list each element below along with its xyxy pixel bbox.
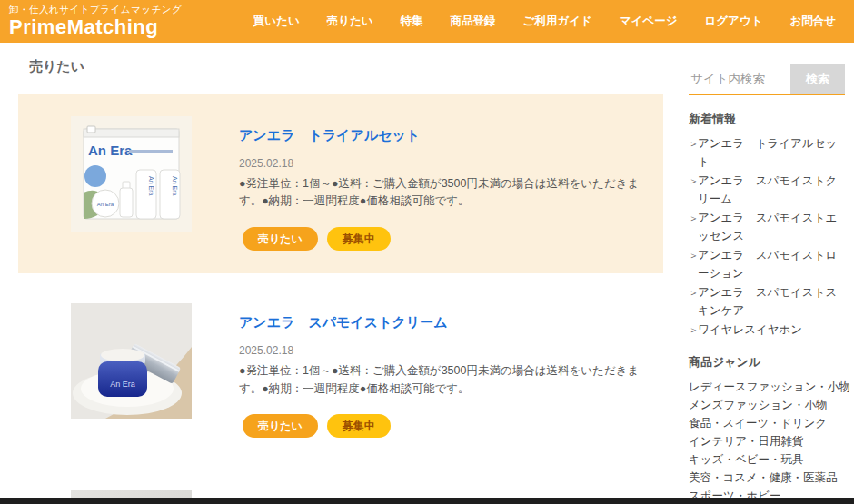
- search-button[interactable]: 検索: [790, 64, 845, 95]
- new-info-list: ＞ アンエラ トライアルセット ＞ アンエラ スパモイストクリーム ＞ アンエラ…: [689, 134, 845, 339]
- genre-item[interactable]: 美容・コスメ・健康・医薬品: [689, 469, 845, 487]
- sell-button[interactable]: 売りたい: [243, 227, 318, 251]
- genre-item[interactable]: インテリア・日用雑貨: [689, 432, 845, 450]
- product-details: アンエラ トライアルセット 2025.02.18 ●発注単位：1個～●送料：ご購…: [239, 116, 645, 251]
- new-info-item-label: アンエラ スパモイストスキンケア: [698, 283, 845, 320]
- chevron-right-icon: ＞: [689, 172, 698, 208]
- new-info-item[interactable]: ＞ アンエラ トライアルセット: [689, 134, 845, 171]
- genre-item-label: 食品・スイーツ・ドリンク: [689, 414, 827, 432]
- product-title-link[interactable]: アンエラ スパモイストクリーム: [239, 314, 448, 331]
- nav-item-contact[interactable]: お問合せ: [789, 14, 836, 29]
- site-logo[interactable]: 卸・仕入れサイトプライムマッチング PrimeMatching: [0, 0, 182, 43]
- product-date: 2025.02.18: [239, 344, 645, 357]
- product-description: ●発注単位：1個～●送料：ご購入金額が3500円未満の場合は送料をいただきます。…: [239, 362, 645, 398]
- trial-set-illustration: An Era An Era An Era An Era: [71, 116, 192, 232]
- genre-item[interactable]: 食品・スイーツ・ドリンク: [689, 414, 845, 432]
- status-badge: 募集中: [327, 414, 391, 438]
- header: 卸・仕入れサイトプライムマッチング PrimeMatching 買いたい 売りた…: [0, 0, 854, 43]
- product-title-link[interactable]: アンエラ トライアルセット: [239, 127, 420, 144]
- chevron-right-icon: ＞: [689, 209, 698, 245]
- new-info-item-label: アンエラ スパモイストエッセンス: [698, 209, 845, 245]
- product-card: An Era アンエラ スパモイストクリーム 2025.02.18 ●発注単位：…: [18, 281, 663, 460]
- content-layout: 売りたい An Era An Era An: [0, 43, 854, 504]
- product-image-trial-set[interactable]: An Era An Era An Era An Era: [71, 116, 192, 232]
- product-date: 2025.02.18: [239, 157, 645, 170]
- sidebar: 検索 新着情報 ＞ アンエラ トライアルセット ＞ アンエラ スパモイストクリー…: [689, 43, 845, 504]
- site-search: 検索: [689, 64, 845, 95]
- nav-item-logout[interactable]: ログアウト: [704, 14, 762, 29]
- new-info-item-label: アンエラ スパモイストローション: [698, 246, 845, 282]
- svg-text:An Era: An Era: [97, 202, 114, 207]
- cream-jar-illustration: An Era: [71, 303, 192, 419]
- nav-item-mypage[interactable]: マイページ: [620, 14, 678, 29]
- nav-item-sell[interactable]: 売りたい: [327, 14, 373, 29]
- genre-item-label: メンズファッション・小物: [689, 396, 828, 414]
- svg-text:An Era: An Era: [110, 380, 135, 389]
- genre-item-label: キッズ・ベビー・玩具: [689, 450, 803, 469]
- product-details: アンエラ スパモイストクリーム 2025.02.18 ●発注単位：1個～●送料：…: [239, 303, 645, 438]
- chevron-right-icon: ＞: [689, 134, 698, 171]
- site-logo-text: PrimeMatching: [9, 16, 182, 37]
- new-info-item[interactable]: ＞ アンエラ スパモイストエッセンス: [689, 209, 845, 245]
- status-badge: 募集中: [327, 227, 391, 251]
- genre-item[interactable]: キッズ・ベビー・玩具: [689, 450, 845, 469]
- nav-item-product-register[interactable]: 商品登録: [451, 14, 496, 29]
- chevron-right-icon: ＞: [689, 321, 698, 339]
- svg-text:An Era: An Era: [148, 176, 154, 196]
- svg-text:An Era: An Era: [172, 176, 178, 196]
- new-info-heading: 新着情報: [689, 111, 845, 127]
- genre-item-label: 美容・コスメ・健康・医薬品: [689, 469, 837, 487]
- page-title: 売りたい: [29, 58, 663, 75]
- genre-item-label: レディースファッション・小物: [689, 378, 850, 396]
- footer-top-bar: [0, 498, 854, 504]
- new-info-item[interactable]: ＞ アンエラ スパモイストスキンケア: [689, 283, 845, 320]
- nav-item-features[interactable]: 特集: [401, 14, 423, 29]
- svg-text:An Era: An Era: [88, 143, 133, 158]
- new-info-item[interactable]: ＞ アンエラ スパモイストクリーム: [689, 172, 845, 208]
- genre-item-label: インテリア・日用雑貨: [689, 432, 803, 450]
- nav-item-guide[interactable]: ご利用ガイド: [523, 14, 592, 29]
- new-info-item-label: ワイヤレスイヤホン: [698, 321, 802, 339]
- new-info-item[interactable]: ＞ ワイヤレスイヤホン: [689, 321, 845, 339]
- product-buttons: 売りたい 募集中: [243, 227, 645, 251]
- product-list: 売りたい An Era An Era An: [18, 43, 663, 504]
- genre-heading: 商品ジャンル: [689, 354, 845, 371]
- chevron-right-icon: ＞: [689, 283, 698, 320]
- search-input[interactable]: [689, 64, 790, 95]
- site-tagline: 卸・仕入れサイトプライムマッチング: [9, 4, 182, 16]
- sell-button[interactable]: 売りたい: [243, 414, 318, 438]
- main-nav: 買いたい 売りたい 特集 商品登録 ご利用ガイド マイページ ログアウト お問合…: [253, 0, 854, 43]
- genre-item[interactable]: レディースファッション・小物: [689, 378, 845, 396]
- genre-item[interactable]: メンズファッション・小物: [689, 396, 845, 414]
- nav-item-buy[interactable]: 買いたい: [253, 14, 300, 29]
- new-info-item-label: アンエラ スパモイストクリーム: [698, 172, 845, 208]
- product-description: ●発注単位：1個～●送料：ご購入金額が3500円未満の場合は送料をいただきます。…: [239, 175, 645, 211]
- new-info-item-label: アンエラ トライアルセット: [698, 134, 845, 171]
- chevron-right-icon: ＞: [689, 246, 698, 282]
- product-card: An Era An Era An Era An Era アンエラ トライアルセッ…: [18, 94, 663, 273]
- product-image-cream[interactable]: An Era: [71, 303, 192, 419]
- genre-list: レディースファッション・小物 メンズファッション・小物 食品・スイーツ・ドリンク…: [689, 378, 845, 504]
- new-info-item[interactable]: ＞ アンエラ スパモイストローション: [689, 246, 845, 282]
- product-buttons: 売りたい 募集中: [243, 414, 645, 438]
